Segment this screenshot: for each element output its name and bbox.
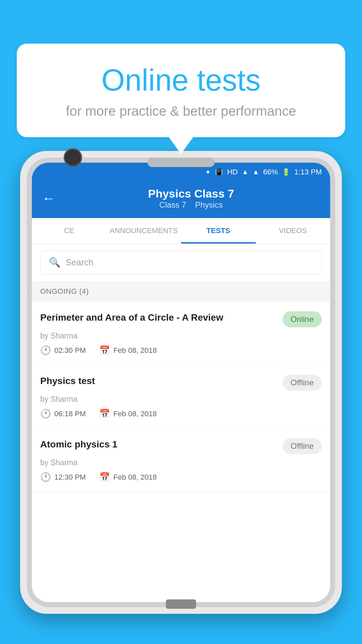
test-item-3[interactable]: Atomic physics 1 Offline by Sharma 🕐 12:… (32, 429, 330, 492)
tab-tests[interactable]: TESTS (181, 218, 256, 244)
test-date-2: 📅 Feb 08, 2018 (99, 409, 157, 419)
test-badge-1: Online (283, 311, 322, 327)
app-bar-title-container: Physics Class 7 Class 7 Physics (62, 187, 320, 210)
test-item-header-2: Physics test Offline (40, 375, 322, 391)
tab-announcements[interactable]: ANNOUNCEMENTS (107, 218, 181, 244)
app-bar-title: Physics Class 7 (62, 187, 320, 200)
test-meta-3: 🕐 12:30 PM 📅 Feb 08, 2018 (40, 472, 322, 482)
test-item-header-3: Atomic physics 1 Offline (40, 438, 322, 454)
test-date-1: 📅 Feb 08, 2018 (99, 345, 157, 356)
time-display: 1:13 PM (294, 168, 322, 176)
section-header: ONGOING (4) (32, 281, 330, 302)
test-badge-3: Offline (283, 438, 322, 454)
date-value-3: Feb 08, 2018 (113, 473, 157, 482)
test-meta-2: 🕐 06:18 PM 📅 Feb 08, 2018 (40, 409, 322, 419)
app-bar-subject: Physics (195, 200, 223, 209)
speech-bubble: Online tests for more practice & better … (17, 44, 345, 137)
phone-body: ✦ 📳 HD ▲ ▲ 66% 🔋 1:13 PM ← Physics Class… (20, 151, 342, 614)
wifi-icon: ▲ (242, 168, 248, 176)
test-item-header-1: Perimeter and Area of a Circle - A Revie… (40, 311, 322, 327)
vibrate-icon: 📳 (215, 168, 223, 176)
hd-badge: HD (227, 168, 238, 176)
test-date-3: 📅 Feb 08, 2018 (99, 472, 157, 482)
test-time-1: 🕐 02:30 PM (40, 345, 86, 356)
app-bar-subtitle: Class 7 Physics (62, 200, 320, 210)
battery-icon: 🔋 (282, 168, 290, 176)
phone-speaker (147, 158, 215, 167)
phone-camera (64, 148, 82, 167)
time-value-1: 02:30 PM (54, 346, 86, 355)
test-author-1: by Sharma (40, 331, 322, 340)
phone-container: ✦ 📳 HD ▲ ▲ 66% 🔋 1:13 PM ← Physics Class… (20, 151, 342, 644)
bubble-title: Online tests (37, 64, 325, 97)
time-value-2: 06:18 PM (54, 410, 86, 418)
test-item-2[interactable]: Physics test Offline by Sharma 🕐 06:18 P… (32, 365, 330, 429)
clock-icon-1: 🕐 (40, 345, 51, 356)
date-value-2: Feb 08, 2018 (113, 410, 157, 418)
back-button[interactable]: ← (42, 191, 55, 206)
test-meta-1: 🕐 02:30 PM 📅 Feb 08, 2018 (40, 345, 322, 356)
test-badge-2: Offline (283, 375, 322, 391)
tab-ce[interactable]: CE (32, 218, 107, 244)
search-placeholder: Search (66, 257, 93, 268)
calendar-icon-1: 📅 (99, 345, 110, 356)
calendar-icon-2: 📅 (99, 409, 110, 419)
test-time-2: 🕐 06:18 PM (40, 409, 86, 419)
app-bar-class: Class 7 (159, 200, 186, 209)
test-item[interactable]: Perimeter and Area of a Circle - A Revie… (32, 302, 330, 365)
test-title-2: Physics test (40, 375, 276, 387)
tab-videos[interactable]: VIDEOS (256, 218, 330, 244)
speech-bubble-container: Online tests for more practice & better … (17, 44, 345, 137)
home-button[interactable] (166, 599, 196, 609)
test-title-3: Atomic physics 1 (40, 438, 276, 451)
date-value-1: Feb 08, 2018 (113, 346, 157, 355)
time-value-3: 12:30 PM (54, 473, 86, 482)
search-bar[interactable]: 🔍 Search (40, 251, 322, 274)
test-time-3: 🕐 12:30 PM (40, 472, 86, 482)
tabs-container: CE ANNOUNCEMENTS TESTS VIDEOS (32, 218, 330, 244)
bluetooth-icon: ✦ (205, 168, 211, 176)
test-title-1: Perimeter and Area of a Circle - A Revie… (40, 311, 276, 324)
calendar-icon-3: 📅 (99, 472, 110, 482)
test-author-3: by Sharma (40, 458, 322, 467)
search-container: 🔍 Search (32, 244, 330, 281)
app-bar: ← Physics Class 7 Class 7 Physics (32, 181, 330, 218)
battery-level: 66% (263, 168, 278, 176)
clock-icon-3: 🕐 (40, 472, 51, 482)
bubble-subtitle: for more practice & better performance (37, 104, 325, 119)
phone-screen: ✦ 📳 HD ▲ ▲ 66% 🔋 1:13 PM ← Physics Class… (32, 163, 330, 602)
signal-icon: ▲ (252, 168, 259, 176)
phone-inner: ✦ 📳 HD ▲ ▲ 66% 🔋 1:13 PM ← Physics Class… (27, 158, 335, 607)
test-author-2: by Sharma (40, 395, 322, 404)
search-icon: 🔍 (49, 257, 61, 268)
clock-icon-2: 🕐 (40, 409, 51, 419)
